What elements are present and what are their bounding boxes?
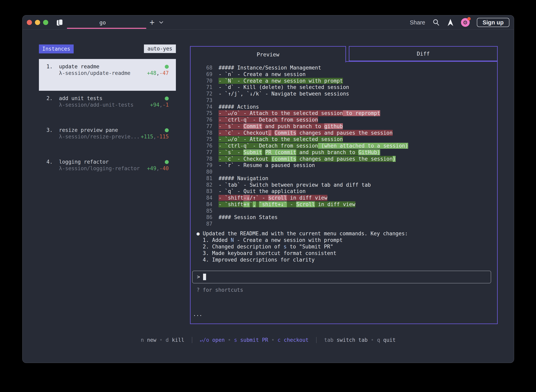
- instances-badge: Instances: [39, 44, 74, 53]
- diff-view: 68##### Instance/Session Management69- `…: [191, 62, 497, 227]
- menu-shortcut: s submit PR: [234, 337, 268, 343]
- diff-line: 72- `↑/j`, `↓/k` - Navigate between sess…: [191, 91, 497, 97]
- prompt-input[interactable]: >: [192, 271, 491, 283]
- warp-logo-icon[interactable]: [447, 19, 454, 26]
- instance-item[interactable]: 3.resize preview paneλ-session/resize-pr…: [39, 122, 176, 154]
- instance-index: 4.: [46, 159, 59, 165]
- additions-count: +115: [141, 134, 153, 140]
- diff-line: 84- `shift-↓/↑` - scroll in diff view: [191, 195, 497, 201]
- line-number: 70: [191, 78, 219, 84]
- diff-line: 76- `ctrl-q` - Detach from session (when…: [191, 143, 497, 149]
- instance-title: logging refactor: [59, 159, 165, 165]
- assistant-summary: ● Updated the README.md with the current…: [191, 230, 497, 263]
- close-button[interactable]: [27, 20, 32, 25]
- deletions-count: -115: [156, 134, 169, 140]
- menu-shortcut: q quit: [377, 337, 396, 343]
- diff-line: 71- `d` - Kill (delete) the selected ses…: [191, 84, 497, 91]
- summary-item: 3. Made keyboard shortcut format consist…: [197, 250, 497, 257]
- line-number: 79: [191, 162, 219, 169]
- diff-line: 83- `q` - Quit the application: [191, 188, 497, 195]
- line-number: 76: [191, 143, 219, 149]
- instance-index: 1.: [46, 63, 59, 70]
- text-cursor: [203, 274, 206, 280]
- line-number: 83: [191, 188, 219, 195]
- menu-shortcut: c checkout: [277, 337, 309, 343]
- line-number: 68: [191, 65, 219, 71]
- main-panel: Preview Diff 68##### Instance/Session Ma…: [190, 46, 498, 324]
- share-button[interactable]: Share: [410, 19, 425, 26]
- line-number: 75: [191, 136, 219, 143]
- additions-count: +49: [147, 165, 156, 171]
- additions-count: +94: [150, 102, 159, 108]
- menu-shortcut: n new: [141, 337, 156, 343]
- deletions-count: -40: [159, 165, 169, 171]
- diff-line: 68##### Instance/Session Management: [191, 65, 497, 71]
- diff-line: 85: [191, 208, 497, 214]
- menu-shortcut: tab switch tab: [324, 337, 368, 343]
- line-number: 86: [191, 214, 219, 221]
- summary-lead: ● Updated the README.md with the current…: [197, 230, 497, 237]
- tab-diff[interactable]: Diff: [349, 46, 498, 61]
- sign-up-button[interactable]: Sign up: [477, 18, 509, 27]
- chevron-down-icon[interactable]: [158, 15, 165, 29]
- traffic-lights: [27, 20, 48, 25]
- line-number: 84: [191, 195, 219, 201]
- line-number: 78: [191, 130, 219, 136]
- diff-line: 73: [191, 97, 497, 104]
- status-dot-icon: [165, 65, 169, 69]
- instance-title: resize preview pane: [59, 127, 165, 133]
- diff-line: 75- `↵/o` - Attach to the selected sessi…: [191, 110, 497, 117]
- additions-count: +48: [147, 70, 156, 76]
- instance-title: add unit tests: [59, 95, 165, 102]
- diff-line: 86#### Session States: [191, 214, 497, 221]
- line-number: 78: [191, 156, 219, 162]
- line-number: 74: [191, 104, 219, 110]
- tab-preview[interactable]: Preview: [190, 46, 346, 62]
- menu-shortcut: d kill: [166, 337, 184, 343]
- minimize-button[interactable]: [35, 20, 40, 25]
- preview-pane: 68##### Instance/Session Management69- `…: [190, 61, 498, 324]
- instance-index: 2.: [46, 95, 59, 102]
- summary-item: 4. Improved descriptions for clarity: [197, 257, 497, 263]
- notification-dot: [467, 17, 471, 20]
- instance-diffstat: +115,-115: [141, 133, 169, 140]
- instance-branch: λ-session/logging-refactor: [59, 165, 147, 172]
- shortcuts-hint: ? for shortcuts: [197, 287, 497, 293]
- line-number: 72: [191, 91, 219, 97]
- titlebar: go + Share ⚙ Sign up: [23, 15, 514, 30]
- line-number: 82: [191, 182, 219, 188]
- instance-diffstat: +49,-40: [147, 165, 169, 172]
- panel-tabs: Preview Diff: [190, 46, 498, 61]
- avatar[interactable]: ⚙: [461, 18, 470, 27]
- instance-branch: λ-session/resize-previe...: [59, 133, 141, 140]
- terminal-tab[interactable]: go: [83, 15, 122, 29]
- diff-line: 81##### Navigation: [191, 175, 497, 182]
- instance-item[interactable]: 2.add unit testsλ-session/add-unit-tests…: [39, 91, 176, 122]
- line-number: 76: [191, 117, 219, 123]
- line-number: 75: [191, 110, 219, 117]
- diff-line: 87: [191, 221, 497, 227]
- new-tab-button[interactable]: +: [148, 15, 157, 29]
- line-number: 80: [191, 169, 219, 175]
- summary-item: 2. Changed description of s to "Submit P…: [197, 243, 497, 250]
- pages-icon[interactable]: [56, 19, 64, 26]
- deletions-count: -1: [163, 102, 169, 108]
- instance-item[interactable]: 1.update readmeλ-session/update-readme+4…: [39, 59, 176, 91]
- menu-shortcut: ↵/o open: [200, 337, 225, 343]
- active-tab-underline: [67, 28, 146, 29]
- instance-item[interactable]: 4.logging refactorλ-session/logging-refa…: [39, 154, 176, 186]
- terminal-window: go + Share ⚙ Sign up Instances: [22, 15, 514, 363]
- diff-line: 79- `r` - Resume a paused session: [191, 162, 497, 169]
- line-number: 69: [191, 71, 219, 78]
- status-dot-icon: [165, 128, 169, 132]
- line-number: 73: [191, 97, 219, 104]
- instance-title: update readme: [59, 63, 165, 70]
- diff-line: 69- `n` - Create a new session: [191, 71, 497, 78]
- search-icon[interactable]: [432, 19, 440, 26]
- gear-icon: ⚙: [463, 19, 468, 26]
- overflow-ellipsis: ...: [193, 311, 202, 317]
- diff-line: 75- `↵/o` - Attach to the selected sessi…: [191, 136, 497, 143]
- maximize-button[interactable]: [43, 20, 48, 25]
- diff-line: 76- `ctrl-q` - Detach from session: [191, 117, 497, 123]
- instance-diffstat: +48,-47: [147, 70, 169, 76]
